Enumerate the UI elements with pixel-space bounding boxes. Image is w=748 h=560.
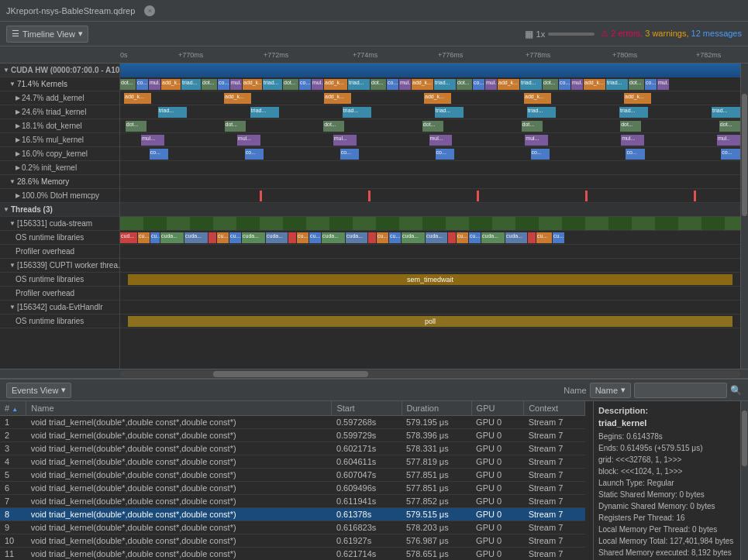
cell-num: 3 (0, 442, 26, 455)
table-row[interactable]: 11 void triad_kernel(double*,double cons… (0, 548, 585, 561)
col-header-name[interactable]: Name (26, 401, 332, 416)
desc-vscroll-thumb[interactable] (742, 411, 747, 466)
timeline-section: 0s +770ms +772ms +774ms +776ms +778ms +7… (0, 46, 748, 380)
kernels-row[interactable]: ▼ 71.4% Kernels (0, 77, 119, 91)
table-row[interactable]: 6 void triad_kernel(double*,double const… (0, 482, 585, 495)
events-view-dropdown[interactable]: Events View ▾ (6, 383, 71, 398)
add-kernel-icon: ▶ (16, 94, 20, 101)
cell-num: 2 (0, 429, 26, 442)
dot-kernel-row[interactable]: ▶ 18.1% dot_kernel (0, 119, 119, 133)
cell-num: 8 (0, 508, 26, 521)
cell-context: Stream 7 (524, 508, 585, 521)
cell-name: void triad_kernel(double*,double const*,… (26, 429, 332, 442)
col-header-gpu[interactable]: GPU (471, 401, 524, 416)
desc-title-label: Description: (598, 406, 736, 415)
init-kernel-label: 0.2% init_kernel (22, 163, 77, 172)
table-row[interactable]: 10 void triad_kernel(double*,double cons… (0, 534, 585, 548)
init-kernel-row[interactable]: ▶ 0.2% init_kernel (0, 161, 119, 175)
col-header-duration[interactable]: Duration (402, 401, 471, 416)
cell-duration: 577.852 μs (402, 495, 471, 508)
desc-detail-line: Shared Memory executed: 8,192 bytes (598, 547, 736, 558)
timeline-hscroll[interactable] (0, 369, 748, 378)
desc-detail-line: Local Memory Total: 127,401,984 bytes (598, 535, 736, 547)
cupti-label: [156339] CUPTI worker threa... (17, 261, 119, 270)
triad-kernel-content: triad... triad... triad... triad... tria… (120, 105, 740, 119)
cupti-row[interactable]: ▼ [156339] CUPTI worker threa... (0, 259, 119, 273)
table-row[interactable]: 2 void triad_kernel(double*,double const… (0, 429, 585, 442)
filter-name-dropdown[interactable]: Name ▾ (590, 383, 631, 398)
cell-name: void triad_kernel(double*,double const*,… (26, 442, 332, 455)
cupti-header-content (120, 259, 740, 273)
threads-row[interactable]: ▼ Threads (3) (0, 203, 119, 217)
os-runtime-1-label: OS runtime libraries (16, 233, 84, 242)
memory-row[interactable]: ▼ 28.6% Memory (0, 175, 119, 189)
cell-context: Stream 7 (524, 455, 585, 469)
events-filter: Name Name ▾ 🔍 (564, 383, 742, 398)
cell-context: Stream 7 (524, 442, 585, 455)
timeline-ruler: 0s +770ms +772ms +774ms +776ms +778ms +7… (0, 46, 748, 64)
copy-kernel-row[interactable]: ▶ 16.0% copy_kernel (0, 147, 119, 161)
col-header-start[interactable]: Start (332, 401, 402, 416)
desc-vscroll[interactable] (740, 401, 748, 560)
add-kernel-content: add_k... add_k... add_k... add_k... add_… (120, 91, 740, 105)
filter-search-icon[interactable]: 🔍 (730, 385, 742, 396)
col-header-context[interactable]: Context (524, 401, 585, 416)
os-runtime-2-row[interactable]: OS runtime libraries (0, 273, 119, 287)
dot-kernel-content: dot... dot... dot... dot... dot... dot..… (120, 119, 740, 133)
hscroll-track[interactable] (120, 371, 740, 377)
desc-detail-line: Local Memory Per Thread: 0 bytes (598, 524, 736, 535)
mul-kernel-content: mul... mul... mul... mul... mul... mul..… (120, 133, 740, 147)
cuda-hw-row[interactable]: ▼ CUDA HW (0000:07:00.0 - A10... (0, 64, 119, 77)
dtoh-content (120, 189, 740, 203)
desc-detail-line: grid: <<<32768, 1, 1>>> (598, 454, 736, 466)
cell-start: 0.616823s (332, 521, 402, 534)
hscroll-thumb[interactable] (213, 371, 368, 377)
init-kernel-icon: ▶ (16, 164, 20, 171)
col-header-num[interactable]: # ▲ (0, 401, 26, 416)
cell-duration: 578.651 μs (402, 548, 471, 561)
errors-text: 2 errors, (611, 29, 643, 38)
profiler-overhead-2-row[interactable]: Profiler overhead (0, 287, 119, 301)
cell-duration: 577.851 μs (402, 469, 471, 482)
desc-detail-line: Registers Per Thread: 16 (598, 512, 736, 524)
mul-kernel-row[interactable]: ▶ 16.5% mul_kernel (0, 133, 119, 147)
filter-input[interactable] (634, 383, 727, 398)
timeline-view-dropdown[interactable]: ☰ Timeline View ▾ (6, 26, 88, 43)
cell-name: void triad_kernel(double*,double const*,… (26, 508, 332, 521)
table-row[interactable]: 4 void triad_kernel(double*,double const… (0, 455, 585, 469)
zoom-slider[interactable] (548, 33, 595, 36)
evt-handler-icon: ▼ (9, 304, 16, 311)
evt-handler-label: [156342] cuda-EvtHandlr (17, 303, 103, 311)
timeline-vscroll[interactable] (740, 64, 748, 369)
add-kernel-row[interactable]: ▶ 24.7% add_kernel (0, 91, 119, 105)
triad-kernel-icon: ▶ (16, 108, 20, 115)
cell-name: void triad_kernel(double*,double const*,… (26, 548, 332, 561)
cell-start: 0.611941s (332, 495, 402, 508)
dtoh-row[interactable]: ▶ 100.0% DtoH memcpy (0, 189, 119, 203)
messages-link[interactable]: 12 messages (691, 29, 742, 38)
evt-handler-row[interactable]: ▼ [156342] cuda-EvtHandlr (0, 301, 119, 314)
cell-start: 0.61927s (332, 534, 402, 548)
table-row[interactable]: 9 void triad_kernel(double*,double const… (0, 521, 585, 534)
cell-num: 5 (0, 469, 26, 482)
table-row[interactable]: 7 void triad_kernel(double*,double const… (0, 495, 585, 508)
cell-duration: 579.195 μs (402, 416, 471, 429)
table-row[interactable]: 5 void triad_kernel(double*,double const… (0, 469, 585, 482)
triad-kernel-row[interactable]: ▶ 24.6% triad_kernel (0, 105, 119, 119)
table-row[interactable]: 8 void triad_kernel(double*,double const… (0, 508, 585, 521)
close-button[interactable]: × (144, 5, 155, 16)
table-row[interactable]: 3 void triad_kernel(double*,double const… (0, 442, 585, 455)
events-toolbar: Events View ▾ Name Name ▾ 🔍 (0, 380, 748, 401)
os-runtime-1-row[interactable]: OS runtime libraries (0, 231, 119, 245)
cuda-stream-row[interactable]: ▼ [156331] cuda-stream (0, 217, 119, 231)
profiler-overhead-1-row[interactable]: Profiler overhead (0, 245, 119, 259)
os-runtime-3-row[interactable]: OS runtime libraries (0, 314, 119, 328)
table-row[interactable]: 1 void triad_kernel(double*,double const… (0, 416, 585, 429)
toolbar-right: ▦ 1x ⚠ 2 errors, 3 warnings, 12 messages (525, 29, 742, 40)
cuda-stream-icon: ▼ (9, 220, 16, 227)
events-table-scroll[interactable]: # ▲ Name Start Duration GPU Context 1 vo… (0, 401, 585, 560)
profiler-overhead-1-content (120, 245, 740, 259)
cell-start: 0.597268s (332, 416, 402, 429)
timeline-vscroll-thumb[interactable] (742, 94, 747, 216)
timeline-content[interactable]: dot... co... mul... add_k... triad... do… (120, 64, 740, 369)
